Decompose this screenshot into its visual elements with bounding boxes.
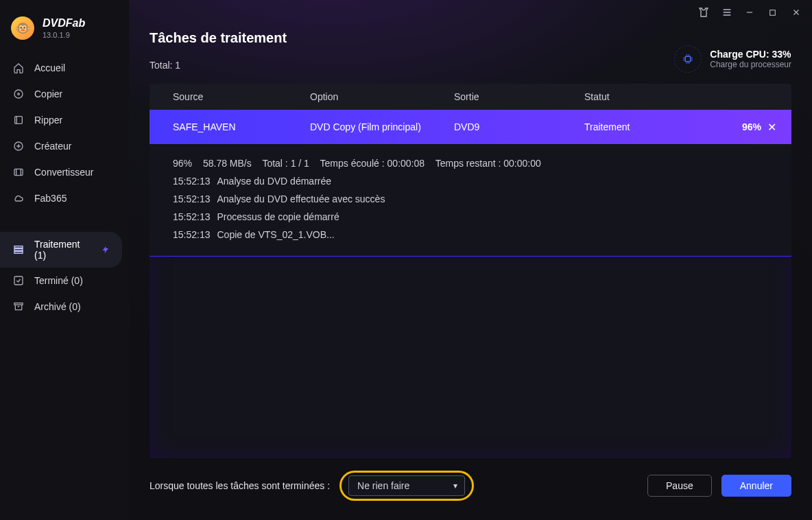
after-tasks-value: Ne rien faire [357, 480, 409, 491]
svg-rect-11 [686, 56, 691, 62]
sidebar-item-label: Traitement (1) [34, 239, 92, 261]
menu-icon[interactable] [721, 7, 732, 18]
task-row[interactable]: SAFE_HAVEN DVD Copy (Film principal) DVD… [150, 110, 791, 144]
minimize-button[interactable] [745, 8, 756, 17]
cpu-load-title: Charge CPU: 33% [710, 49, 791, 60]
lightning-icon [102, 245, 110, 255]
svg-rect-8 [14, 276, 23, 285]
stat-speed: 58.78 MB/s [203, 158, 252, 169]
cancel-button[interactable]: Annuler [721, 475, 791, 497]
create-icon [12, 140, 25, 152]
stat-pct: 96% [173, 158, 192, 169]
cell-sortie: DVD9 [454, 121, 584, 132]
col-source: Source [173, 91, 310, 102]
app-name: DVDFab [43, 17, 85, 29]
highlight-ring: Ne rien faire [339, 471, 474, 501]
svg-rect-7 [14, 252, 23, 254]
sidebar-item-label: Terminé (0) [34, 275, 83, 286]
sidebar-item-label: Ripper [34, 115, 62, 126]
log-line: 15:52:13 Analyse du DVD effectuée avec s… [173, 191, 768, 209]
log-msg: Copie de VTS_02_1.VOB... [217, 226, 335, 244]
check-icon [12, 274, 25, 287]
log-ts: 15:52:13 [173, 173, 211, 191]
archive-icon [12, 300, 25, 313]
sidebar-item-label: Créateur [34, 141, 71, 152]
app-logo-icon: 🐵 [11, 16, 34, 40]
log-msg: Processus de copie démarré [217, 209, 339, 226]
brand-block: 🐵 DVDFab 13.0.1.9 [0, 12, 129, 55]
sidebar-item-label: Copier [34, 88, 62, 99]
sidebar-item-archive[interactable]: Archivé (0) [0, 294, 129, 320]
stat-total: Total : 1 / 1 [262, 158, 309, 169]
page-title: Tâches de traitement [150, 30, 287, 46]
cpu-chip-icon [674, 45, 702, 73]
cell-percent: 96% [706, 121, 761, 132]
sidebar-item-fab365[interactable]: Fab365 [0, 185, 129, 211]
col-sortie: Sortie [454, 91, 584, 102]
disc-icon [12, 88, 25, 100]
rip-icon [12, 114, 25, 126]
svg-rect-4 [14, 169, 23, 175]
log-line: 15:52:13 Analyse du DVD démarrée [173, 173, 768, 191]
pause-button[interactable]: Pause [647, 475, 712, 497]
svg-rect-9 [14, 303, 23, 305]
cpu-load-subtitle: Charge du processeur [710, 60, 791, 69]
sidebar-item-ripper[interactable]: Ripper [0, 107, 129, 133]
log-ts: 15:52:13 [173, 226, 211, 244]
window-titlebar [129, 0, 812, 21]
header: Tâches de traitement Total: 1 Charge CPU… [129, 21, 812, 77]
sidebar-item-copier[interactable]: Copier [0, 81, 129, 107]
log-ts: 15:52:13 [173, 209, 211, 226]
after-tasks-label: Lorsque toutes les tâches sont terminées… [150, 480, 330, 491]
svg-point-0 [14, 90, 23, 98]
shirt-icon[interactable] [698, 7, 709, 18]
sidebar-item-label: Convertisseur [34, 167, 93, 178]
svg-rect-2 [15, 117, 23, 124]
stat-elapsed: Temps écoulé : 00:00:08 [320, 158, 425, 169]
app-version: 13.0.1.9 [43, 31, 85, 39]
cell-option: DVD Copy (Film principal) [310, 121, 454, 132]
svg-rect-10 [770, 10, 776, 15]
sidebar-item-traitement[interactable]: Traitement (1) [0, 232, 122, 268]
sidebar-item-convertisseur[interactable]: Convertisseur [0, 159, 129, 185]
col-option: Option [310, 91, 454, 102]
cell-statut: Traitement [584, 121, 706, 132]
log-line: 15:52:13 Copie de VTS_02_1.VOB... [173, 226, 768, 244]
maximize-button[interactable] [768, 8, 779, 17]
queue-icon [12, 244, 25, 256]
sidebar-item-termine[interactable]: Terminé (0) [0, 268, 129, 294]
svg-rect-5 [14, 246, 23, 248]
after-tasks-select[interactable]: Ne rien faire [348, 475, 465, 496]
sidebar-item-createur[interactable]: Créateur [0, 133, 129, 159]
task-panel: Source Option Sortie Statut SAFE_HAVEN D… [150, 84, 791, 458]
table-header: Source Option Sortie Statut [150, 84, 791, 110]
log-ts: 15:52:13 [173, 191, 211, 209]
sidebar-item-label: Fab365 [34, 193, 67, 204]
brand-text: DVDFab 13.0.1.9 [43, 17, 85, 39]
main-area: Tâches de traitement Total: 1 Charge CPU… [129, 0, 812, 520]
col-statut: Statut [584, 91, 706, 102]
log-msg: Analyse du DVD démarrée [217, 173, 332, 191]
sidebar-item-accueil[interactable]: Accueil [0, 55, 129, 81]
sidebar: 🐵 DVDFab 13.0.1.9 Accueil Copier Ripper … [0, 0, 129, 520]
task-details: 96% 58.78 MB/s Total : 1 / 1 Temps écoul… [150, 144, 791, 257]
task-close-button[interactable]: ✕ [761, 121, 782, 134]
convert-icon [12, 166, 25, 178]
home-icon [12, 62, 25, 74]
log-msg: Analyse du DVD effectuée avec succès [217, 191, 385, 209]
stat-remaining: Temps restant : 00:00:00 [435, 158, 541, 169]
cpu-widget: Charge CPU: 33% Charge du processeur [674, 45, 791, 73]
sidebar-item-label: Accueil [34, 62, 65, 73]
svg-point-1 [18, 93, 20, 95]
footer: Lorsque toutes les tâches sont terminées… [129, 458, 812, 520]
log-line: 15:52:13 Processus de copie démarré [173, 209, 768, 226]
total-label: Total: 1 [150, 60, 287, 71]
cloud-icon [12, 192, 25, 204]
task-stats: 96% 58.78 MB/s Total : 1 / 1 Temps écoul… [173, 155, 768, 173]
svg-rect-6 [14, 249, 23, 251]
close-window-button[interactable] [791, 8, 802, 17]
sidebar-item-label: Archivé (0) [34, 301, 81, 312]
cell-source: SAFE_HAVEN [173, 121, 310, 132]
